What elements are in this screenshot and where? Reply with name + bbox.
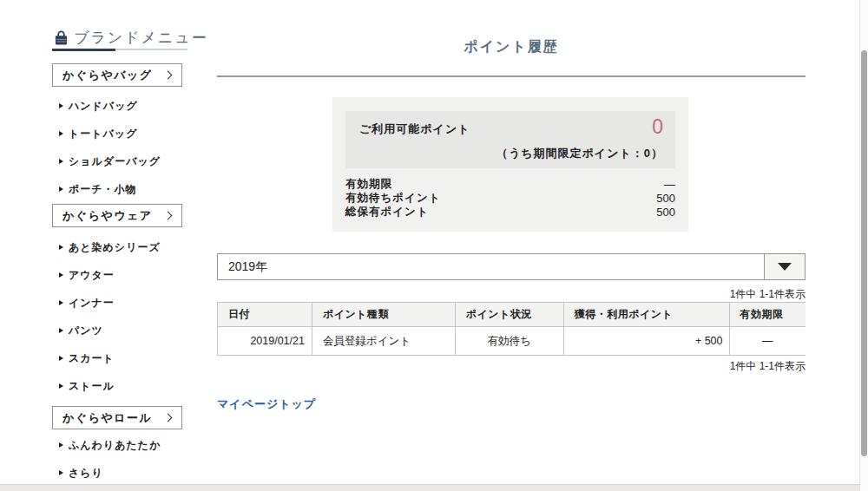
- triangle-right-icon: [59, 187, 63, 192]
- brand-menu-underline: [52, 49, 187, 51]
- cell-point-status: 有効待ち: [455, 327, 563, 356]
- sidebar-group-bag-items: ハンドバッグ トートバッグ ショルダーバッグ ポーチ・小物: [52, 92, 187, 203]
- triangle-right-icon: [59, 356, 63, 361]
- sidebar-item-inner[interactable]: インナー: [52, 289, 187, 317]
- point-history-table: 日付 ポイント種類 ポイント状況 獲得・利用ポイント 有効期限 2019/01/…: [217, 302, 806, 356]
- mypage-top-link[interactable]: マイページトップ: [217, 396, 316, 412]
- sidebar-item-skirt[interactable]: スカート: [52, 344, 187, 372]
- sidebar-group-wear-items: あと染めシリーズ アウター インナー パンツ スカート ストール: [52, 233, 187, 400]
- sidebar-category-kaguraya-bag[interactable]: かぐらやバッグ: [52, 63, 182, 87]
- header-date: 日付: [218, 303, 312, 327]
- triangle-right-icon: [59, 328, 63, 333]
- table-header-row: 日付 ポイント種類 ポイント状況 獲得・利用ポイント 有効期限: [218, 303, 806, 327]
- result-count-bottom: 1件中 1-1件表示: [545, 359, 806, 374]
- chevron-right-icon: [164, 212, 173, 220]
- triangle-right-icon: [59, 245, 63, 250]
- summary-row-total: 総保有ポイント 500: [345, 205, 675, 219]
- sidebar-item-shoulderbag[interactable]: ショルダーバッグ: [52, 147, 187, 175]
- year-select-arrow-button[interactable]: [764, 254, 805, 279]
- cell-earned-used: + 500: [563, 327, 729, 356]
- brand-menu-header: ブランドメニュー: [52, 26, 187, 49]
- triangle-right-icon: [59, 103, 63, 108]
- year-select[interactable]: 2019年: [217, 253, 806, 280]
- header-earned-used: 獲得・利用ポイント: [563, 303, 729, 327]
- point-summary-panel: ご利用可能ポイント 0 （うち期間限定ポイント：0） 有効期限 — 有効待ちポイ…: [332, 97, 688, 232]
- year-select-value: 2019年: [218, 254, 764, 279]
- chevron-right-icon: [164, 414, 173, 422]
- triangle-right-icon: [59, 470, 63, 475]
- sidebar-item-pants[interactable]: パンツ: [52, 317, 187, 344]
- sidebar-item-stole[interactable]: ストール: [52, 372, 187, 400]
- title-divider: [217, 75, 806, 77]
- limited-points-note: （うち期間限定ポイント：0）: [496, 146, 663, 161]
- cell-point-type: 会員登録ポイント: [312, 327, 455, 356]
- triangle-right-icon: [59, 272, 63, 278]
- sidebar-item-atozome[interactable]: あと染めシリーズ: [52, 233, 187, 261]
- page-title: ポイント履歴: [217, 38, 806, 56]
- available-points-value: 0: [652, 115, 663, 139]
- sidebar-item-pouch[interactable]: ポーチ・小物: [52, 175, 187, 203]
- header-expiry: 有効期限: [729, 303, 806, 327]
- triangle-right-icon: [59, 442, 63, 448]
- triangle-right-icon: [59, 383, 63, 389]
- sidebar-category-kaguraya-wear[interactable]: かぐらやウェア: [52, 204, 182, 227]
- available-points-label: ご利用可能ポイント: [359, 121, 470, 137]
- summary-row-pending: 有効待ちポイント 500: [345, 191, 675, 205]
- footer-strip: [0, 484, 868, 491]
- summary-row-expiry: 有効期限 —: [345, 177, 675, 191]
- triangle-down-icon: [778, 263, 792, 271]
- sidebar-item-sarari[interactable]: さらり: [52, 459, 187, 487]
- triangle-right-icon: [59, 131, 63, 136]
- available-points-box: ご利用可能ポイント 0 （うち期間限定ポイント：0）: [345, 111, 675, 168]
- scrollbar-thumb[interactable]: [861, 50, 867, 456]
- brand-menu-sidebar: ブランドメニュー かぐらやバッグ ハンドバッグ トートバッグ ショルダーバッグ …: [52, 26, 187, 487]
- sidebar-group-roll-items: ふんわりあたたか さらり: [52, 431, 187, 487]
- bag-icon: [52, 29, 70, 47]
- sidebar-item-totebag[interactable]: トートバッグ: [52, 120, 187, 147]
- triangle-right-icon: [59, 159, 63, 164]
- header-point-status: ポイント状況: [455, 303, 563, 327]
- triangle-right-icon: [59, 300, 63, 305]
- sidebar-item-funwari[interactable]: ふんわりあたたか: [52, 431, 187, 459]
- sidebar-item-handbag[interactable]: ハンドバッグ: [52, 92, 187, 120]
- chevron-right-icon: [164, 71, 173, 80]
- page: ブランドメニュー かぐらやバッグ ハンドバッグ トートバッグ ショルダーバッグ …: [0, 0, 868, 491]
- cell-date: 2019/01/21: [218, 327, 312, 356]
- brand-menu-title: ブランドメニュー: [74, 28, 208, 48]
- table-row: 2019/01/21 会員登録ポイント 有効待ち + 500 —: [218, 327, 806, 356]
- page-scrollbar[interactable]: [859, 0, 868, 491]
- summary-rows: 有効期限 — 有効待ちポイント 500 総保有ポイント 500: [345, 177, 675, 219]
- sidebar-category-kaguraya-roll[interactable]: かぐらやロール: [52, 406, 182, 429]
- header-point-type: ポイント種類: [312, 303, 455, 327]
- result-count-top: 1件中 1-1件表示: [545, 287, 806, 302]
- sidebar-item-outer[interactable]: アウター: [52, 261, 187, 289]
- cell-expiry: —: [729, 327, 806, 356]
